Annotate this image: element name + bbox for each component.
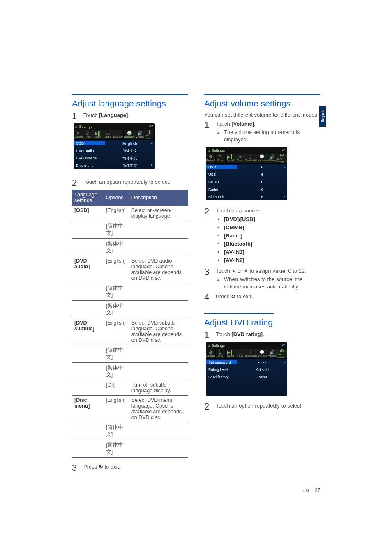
section-rule	[204, 313, 274, 314]
settings-row: OSDEnglish▸	[74, 140, 155, 147]
settings-row: DVD audio简体中文	[74, 147, 155, 154]
screenshot-volume-settings: ⌂ Settings ↶ ⚙General⏱Time▶▌Sound▭Videoᛒ…	[206, 147, 287, 200]
table-header: Options	[104, 190, 129, 206]
shot-title: Settings	[211, 343, 225, 348]
settings-row: Radio6	[206, 186, 287, 193]
volume-intro: You can set different volume for differe…	[204, 112, 320, 118]
step-1-dvd: 1 Touch [DVD rating].	[204, 331, 320, 340]
table-row: [Disc menu][English]Select DVD menu lang…	[72, 396, 188, 422]
settings-row: DVD6▸	[206, 164, 287, 171]
settings-row: DVD subtitle简体中文	[74, 154, 155, 162]
table-row: [OSD][English]Select on-screen-display l…	[72, 206, 188, 221]
table-row: [繁体中文]	[72, 239, 188, 256]
settings-tab: ᛒBluetooth	[245, 349, 256, 358]
step-1-volume: 1 Touch [Volume]. ↳The volume setting su…	[204, 120, 320, 144]
shot-title: Settings	[211, 148, 225, 152]
down-arrow-icon: ▼	[244, 268, 248, 273]
home-icon: ⌂	[75, 124, 77, 129]
language-options-table: Language settingsOptionsDescription [OSD…	[72, 190, 188, 458]
settings-tab: ᛒBluetooth	[113, 130, 124, 139]
language-side-tab: English	[319, 106, 326, 127]
settings-row	[206, 381, 287, 388]
heading-adjust-volume: Adjust volume settings	[204, 99, 320, 108]
return-icon: ↺	[99, 463, 103, 471]
settings-tab: ⚙General	[206, 154, 216, 163]
settings-row: USB6	[206, 171, 287, 178]
home-icon: ⌂	[208, 343, 210, 348]
settings-tab: ⦿DVD rating	[277, 349, 287, 358]
screenshot-language-settings: ⌂ Settings ↶ ⚙General⏱Time▶▌Sound▭Videoᛒ…	[74, 123, 155, 169]
section-rule	[72, 94, 188, 95]
settings-tab: 🔊Volume	[267, 154, 277, 163]
footer-page-number: 27	[315, 488, 320, 493]
table-row: [DVD audio][English]Select DVD audio lan…	[72, 256, 188, 283]
shot-title: Settings	[79, 124, 92, 129]
settings-tab: ▶▌Sound	[226, 349, 235, 358]
step-2-volume: 2 Touch on a source. [DVD]/[USB][CMMB][R…	[204, 207, 320, 265]
list-item: [Radio]	[224, 232, 320, 240]
return-icon: ↺	[231, 293, 235, 300]
source-list: [DVD]/[USB][CMMB][Radio][Bluetooth][AV-I…	[216, 215, 320, 265]
settings-tab: ⦿DVD rating	[277, 154, 287, 163]
home-icon: ⌂	[208, 148, 210, 152]
footer-lang: EN	[302, 488, 309, 493]
settings-tab: 💬Language	[256, 154, 267, 163]
table-row: [繁体中文]	[72, 363, 188, 380]
step-4-volume: 4 Press ↺ to exit.	[204, 293, 320, 302]
settings-tab-bar: ⚙General⏱Time▶▌Sound▭VideoᛒBluetooth💬Lan…	[74, 130, 155, 140]
settings-row: Load factoryReset	[206, 373, 287, 381]
list-item: [CMMB]	[224, 223, 320, 232]
settings-tab: ⚙General	[206, 349, 216, 358]
screenshot-dvd-rating: ⌂ Settings ↶ ⚙General⏱Time▶▌Sound▭Videoᛒ…	[206, 342, 287, 396]
page-footer: EN 27	[302, 488, 320, 493]
back-icon: ↶	[281, 147, 286, 153]
section-rule	[204, 94, 320, 95]
settings-tab: ⚙General	[74, 130, 83, 139]
back-icon: ↶	[281, 343, 286, 348]
table-row: [繁体中文]	[72, 301, 188, 318]
list-item: [DVD]/[USB]	[224, 215, 320, 223]
settings-tab: ▭Video	[103, 130, 113, 139]
left-column: Adjust language settings 1 Touch [Langua…	[72, 94, 188, 475]
heading-adjust-dvd-rating: Adjust DVD rating	[204, 318, 320, 327]
table-row: [Off]Turn off subtitle language display.	[72, 380, 188, 396]
back-icon: ↶	[149, 124, 153, 129]
heading-adjust-language: Adjust language settings	[72, 99, 188, 108]
step-2-language: 2 Touch an option repeatedly to select:	[72, 178, 188, 187]
right-column: Adjust volume settings You can set diffe…	[204, 94, 320, 475]
settings-row: SDHC6	[206, 178, 287, 186]
settings-tab: ⏱Time	[216, 154, 226, 163]
settings-tab: ⦿DVD rating	[145, 130, 155, 139]
settings-tab: ▶▌Sound	[226, 154, 235, 163]
settings-row: Disc menu简体中文▸	[74, 162, 155, 169]
step-2-dvd: 2 Touch an option repeatedly to select:	[204, 402, 320, 411]
settings-tab: 🔊Volume	[267, 349, 277, 358]
table-row: [DVD subtitle][English]Select DVD subtit…	[72, 318, 188, 345]
settings-tab: ▭Video	[235, 154, 245, 163]
step-1-language: 1 Touch [Language].	[72, 112, 188, 121]
table-header: Description	[129, 190, 188, 206]
step-3-language: 3 Press ↺ to exit.	[72, 463, 188, 472]
settings-row: Set password- - - -▸	[206, 359, 287, 366]
list-item: [Bluetooth]	[224, 240, 320, 248]
settings-tab: ⏱Time	[83, 130, 93, 139]
result-arrow-icon: ↳	[216, 276, 221, 290]
settings-tab: ▶▌Sound	[93, 130, 103, 139]
settings-tab: 💬Language	[256, 349, 267, 358]
step-3-volume: 3 Touch ▲ or ▼ to assign value: 0 to 12.…	[204, 267, 320, 291]
settings-row: Rating levelKid safe	[206, 366, 287, 373]
up-arrow-icon: ▲	[231, 268, 236, 273]
table-row: [简体中文]	[72, 422, 188, 440]
settings-tab: 💬Language	[124, 130, 135, 139]
settings-tab: 🔊Volume	[135, 130, 145, 139]
table-row: [简体中文]	[72, 283, 188, 301]
settings-tab: ᛒBluetooth	[245, 154, 256, 163]
table-row: [简体中文]	[72, 221, 188, 239]
list-item: [AV-IN2]	[224, 256, 320, 265]
settings-tab: ⏱Time	[216, 349, 226, 358]
settings-tab: ▭Video	[235, 349, 245, 358]
table-row: [简体中文]	[72, 345, 188, 363]
table-row: [繁体中文]	[72, 440, 188, 458]
settings-row: Bluetooth6▸	[206, 193, 287, 200]
settings-row: ▸	[206, 388, 287, 396]
